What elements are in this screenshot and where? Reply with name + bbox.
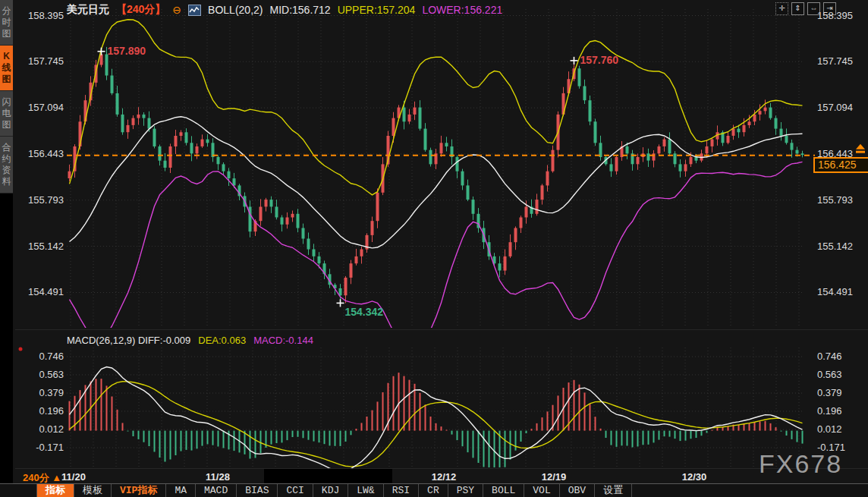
price-tick-left: 158.395 xyxy=(15,10,64,21)
price-tick-left: 154.491 xyxy=(15,286,64,297)
bottom-tab-指标[interactable]: 指标 xyxy=(36,484,74,497)
price-tick-left: 156.443 xyxy=(15,148,64,159)
sidebar-tab-闪电图[interactable]: 闪电图 xyxy=(0,91,13,137)
sidebar-tab-合约资料[interactable]: 合约资料 xyxy=(0,137,13,193)
macd-tick-left: 0.379 xyxy=(15,387,64,398)
crosshair-icon[interactable]: ✛ xyxy=(775,2,788,15)
bottom-tab-MA[interactable]: MA xyxy=(166,484,196,497)
price-tick-left: 155.793 xyxy=(15,194,64,206)
chart-title-bar: 美元日元 【240分】 ⊖ BOLL(20,2) MID:156.712 UPP… xyxy=(67,3,502,17)
bottom-tab-VOL[interactable]: VOL xyxy=(524,484,559,497)
bottom-tab-CCI[interactable]: CCI xyxy=(278,484,313,497)
interval-label[interactable]: 【240分】 xyxy=(116,3,165,17)
y-axis-scale-icon[interactable]: ⇕ xyxy=(791,2,804,15)
macd-tick-right: 0.196 xyxy=(817,405,842,417)
bottom-tab-KDJ[interactable]: KDJ xyxy=(313,484,348,497)
price-tick-right: 157.094 xyxy=(817,102,853,113)
chart-canvas[interactable]: 157.890157.760154.342 xyxy=(0,0,868,497)
bottom-tab-OBV[interactable]: OBV xyxy=(560,484,595,497)
sidebar-tab-K线图[interactable]: K线图 xyxy=(0,46,13,91)
macd-tick-right: 0.746 xyxy=(817,351,842,362)
svg-text:157.760: 157.760 xyxy=(580,54,619,66)
price-tick-right: 155.142 xyxy=(817,241,853,252)
bottom-tab-BOLL[interactable]: BOLL xyxy=(483,484,524,497)
macd-tick-left: 0.012 xyxy=(15,423,64,435)
chart-type-sidebar: 分时图K线图闪电图合约资料 xyxy=(0,0,13,497)
price-tick-right: 158.395 xyxy=(817,10,853,21)
pane-separator xyxy=(15,329,868,330)
macd-tick-right: 0.563 xyxy=(817,369,842,380)
price-tick-left: 157.745 xyxy=(15,55,64,67)
fx678-watermark: FX678 xyxy=(759,449,842,479)
bottom-tab-RSI[interactable]: RSI xyxy=(384,484,419,497)
bottom-tab-设置[interactable]: 设置 xyxy=(595,484,632,497)
price-tick-right: 157.745 xyxy=(817,55,853,67)
time-tick: 12/19 xyxy=(542,471,567,483)
time-tick: 12/30 xyxy=(682,471,707,483)
macd-tick-left: 0.563 xyxy=(15,369,64,380)
boll-lower-value: LOWER:156.221 xyxy=(422,4,502,16)
redaction-box xyxy=(264,469,392,484)
boll-upper-value: UPPER:157.204 xyxy=(338,4,416,16)
boll-mid-value: MID:156.712 xyxy=(269,4,330,16)
sidebar-tab-分时图[interactable]: 分时图 xyxy=(0,0,13,46)
bottom-tab-模板[interactable]: 模板 xyxy=(74,484,112,497)
bottom-tab-PSY[interactable]: PSY xyxy=(448,484,483,497)
bottom-tab-BIAS[interactable]: BIAS xyxy=(237,484,278,497)
time-tick: 11/20 xyxy=(61,471,86,483)
axis-separator xyxy=(15,468,868,469)
indicator-chart-icon[interactable] xyxy=(188,5,201,16)
chart-app-window: 157.890157.760154.342 分时图K线图闪电图合约资料 美元日元… xyxy=(0,0,868,497)
price-tick-right: 155.793 xyxy=(817,194,853,206)
price-tick-left: 155.142 xyxy=(15,241,64,252)
bottom-tab-MACD[interactable]: MACD xyxy=(196,484,237,497)
instrument-name: 美元日元 xyxy=(67,3,109,17)
macd-tick-right: 0.379 xyxy=(817,387,842,398)
price-tick-left: 157.094 xyxy=(15,102,64,113)
bottom-tab-VIP指标[interactable]: VIP指标 xyxy=(112,484,166,497)
macd-tick-left: 0.746 xyxy=(15,351,64,362)
svg-text:154.342: 154.342 xyxy=(345,306,384,318)
time-tick: 12/12 xyxy=(432,471,457,483)
macd-macd-value: MACD:-0.144 xyxy=(253,335,313,346)
price-tick-right: 154.491 xyxy=(817,286,853,297)
period-menu-icon[interactable]: ⊖ xyxy=(172,4,181,16)
macd-tick-right: 0.012 xyxy=(817,423,842,435)
boll-indicator-label: BOLL(20,2) xyxy=(208,4,263,16)
macd-tick-left: 0.196 xyxy=(15,405,64,417)
time-tick: 11/28 xyxy=(206,471,230,483)
indicator-tab-bar: 指标模板VIP指标MAMACDBIASCCIKDJLW&RSICRPSYBOLL… xyxy=(0,483,868,497)
macd-params-diff: MACD(26,12,9) DIFF:-0.009 xyxy=(67,335,190,346)
bottom-tab-CR[interactable]: CR xyxy=(419,484,448,497)
bottom-tab-LW&[interactable]: LW& xyxy=(348,484,383,497)
svg-text:157.890: 157.890 xyxy=(108,45,146,57)
macd-dea-value: DEA:0.063 xyxy=(198,335,246,346)
macd-header: MACD(26,12,9) DIFF:-0.009 DEA:0.063 MACD… xyxy=(67,335,313,346)
current-price-badge: 156.425 xyxy=(813,157,868,173)
macd-tick-left: -0.171 xyxy=(15,442,64,453)
